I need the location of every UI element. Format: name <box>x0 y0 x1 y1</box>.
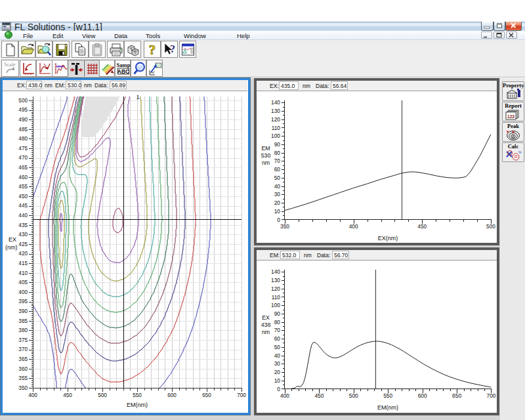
svg-text:?: ? <box>149 42 156 58</box>
svg-text:%: % <box>518 150 522 154</box>
svg-text:Samp: Samp <box>117 62 131 68</box>
svg-text:ABC: ABC <box>117 68 129 75</box>
svg-text:123: 123 <box>507 114 514 119</box>
svg-text:Scale: Scale <box>4 62 16 68</box>
